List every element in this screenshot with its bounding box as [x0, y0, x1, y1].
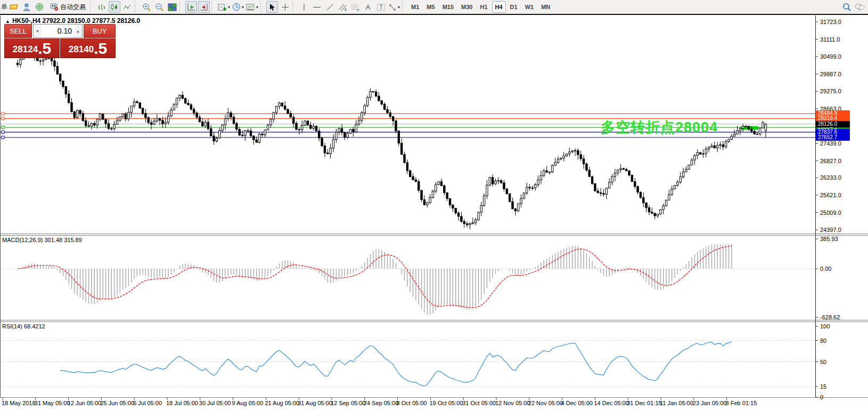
- candle-body: [660, 210, 661, 214]
- ohlc-text: HK50-,H4 27922.0 28150.0 27877.5 28126.0: [12, 17, 140, 25]
- macd-axis-tick-label: 0.00: [820, 266, 831, 272]
- candle-body: [307, 121, 308, 125]
- candle-body: [563, 156, 564, 158]
- candle-body: [119, 117, 121, 120]
- time-axis-label: 18 May 2018: [2, 400, 36, 406]
- candle-body: [102, 114, 104, 119]
- macd-axis-tick-label: 385.93: [820, 236, 838, 242]
- line-handle[interactable]: [2, 136, 4, 139]
- candle-body: [236, 123, 238, 129]
- candle-body: [261, 134, 263, 135]
- candle-body: [645, 203, 647, 207]
- candle-body: [392, 117, 394, 121]
- candle-body: [91, 124, 92, 126]
- time-axis-label: 24 Sep 05:00: [364, 400, 398, 406]
- chart-window[interactable]: ▲HK50-,H4 27922.0 28150.0 27877.5 28126.…: [0, 15, 868, 410]
- line-handle[interactable]: [2, 112, 4, 115]
- mt4-window: 单 自动交易: [0, 0, 868, 410]
- candle-body: [691, 160, 692, 165]
- candle-body: [142, 108, 143, 114]
- candle-body: [591, 176, 593, 183]
- sell-price-main: 28124: [13, 43, 38, 57]
- candle-body: [427, 203, 428, 205]
- candle-body: [37, 58, 38, 61]
- candle-body: [495, 181, 496, 184]
- candle-body: [176, 98, 177, 104]
- candle-body: [247, 131, 249, 131]
- line-handle[interactable]: [2, 131, 4, 133]
- price-axis-tick-label: 30499.0: [820, 53, 841, 60]
- candle-body: [54, 61, 55, 66]
- candle-body: [275, 106, 277, 112]
- candle-body: [233, 117, 234, 124]
- candle-body: [742, 126, 744, 128]
- candle-body: [410, 171, 411, 176]
- volume-increase-button[interactable]: ▲: [74, 25, 82, 37]
- time-axis-label: 25 Jun 05:00: [100, 400, 134, 406]
- buy-price-tile[interactable]: 28140 .5: [60, 38, 116, 58]
- price-axis-tick-label: 26233.0: [820, 174, 841, 181]
- candle-body: [418, 181, 420, 190]
- candle-body: [20, 59, 21, 65]
- line-handle[interactable]: [2, 126, 4, 129]
- candle-body: [199, 117, 200, 122]
- candle-body: [250, 131, 251, 135]
- candle-body: [711, 146, 713, 147]
- candle-body: [509, 194, 511, 202]
- candle-body: [506, 189, 507, 194]
- candle-body: [88, 126, 89, 126]
- time-axis-label: 21 Aug 05:00: [265, 400, 299, 406]
- candle-body: [446, 193, 448, 199]
- candle-body: [96, 119, 98, 125]
- buy-button[interactable]: BUY: [84, 24, 116, 38]
- sell-price-tile[interactable]: 28124 .5: [4, 38, 60, 58]
- candle-body: [230, 113, 232, 117]
- line-handle[interactable]: [2, 117, 4, 120]
- candle-body: [290, 114, 291, 117]
- candle-body: [526, 187, 528, 193]
- time-axis-label: 12 Jun 05:00: [68, 400, 102, 406]
- rsi-pane[interactable]: [0, 341, 815, 387]
- candle-body: [699, 152, 701, 154]
- price-pane[interactable]: [0, 49, 815, 230]
- candle-body: [731, 136, 732, 139]
- candle-body: [620, 168, 621, 170]
- chart-text-annotation[interactable]: 多空转折点28004: [601, 118, 718, 137]
- candle-body: [662, 206, 664, 210]
- time-axis-label: 19 Oct 05:00: [429, 400, 463, 406]
- candle-body: [503, 183, 505, 189]
- volume-input[interactable]: 0.10: [42, 25, 74, 37]
- volume-decrease-button[interactable]: ▼: [34, 25, 42, 37]
- price-axis-tick-label: 25009.0: [820, 210, 841, 216]
- collapse-panel-icon[interactable]: ▲: [5, 19, 10, 24]
- time-axis-label: 18 Jul 05:00: [166, 400, 198, 406]
- candle-body: [597, 191, 599, 192]
- candle-body: [279, 103, 280, 106]
- candle-body: [281, 103, 283, 106]
- candle-body: [190, 105, 192, 109]
- candle-body: [440, 182, 442, 186]
- candle-body: [45, 59, 47, 60]
- sell-button[interactable]: SELL: [4, 24, 32, 38]
- candle-body: [398, 131, 399, 143]
- candle-body: [463, 221, 465, 223]
- candle-body: [480, 205, 482, 212]
- candle-body: [554, 163, 556, 165]
- candle-body: [665, 200, 667, 206]
- chart-canvas[interactable]: [0, 0, 868, 410]
- candle-body: [569, 152, 570, 154]
- candle-body: [685, 169, 687, 172]
- candle-body: [310, 125, 312, 128]
- macd-pane[interactable]: [0, 244, 815, 315]
- rsi-axis-tick-label: 15: [820, 383, 826, 390]
- candle-body: [353, 129, 354, 132]
- candle-body: [139, 103, 141, 108]
- candle-body: [643, 198, 644, 203]
- candle-body: [324, 146, 325, 153]
- candle-body: [415, 180, 416, 181]
- time-axis-label: 9 Aug 05:00: [232, 400, 264, 406]
- rsi-axis-tick-label: 80: [820, 337, 826, 344]
- price-axis-tick-label: 25621.0: [820, 192, 841, 198]
- candle-body: [611, 176, 613, 182]
- candle-body: [552, 165, 553, 172]
